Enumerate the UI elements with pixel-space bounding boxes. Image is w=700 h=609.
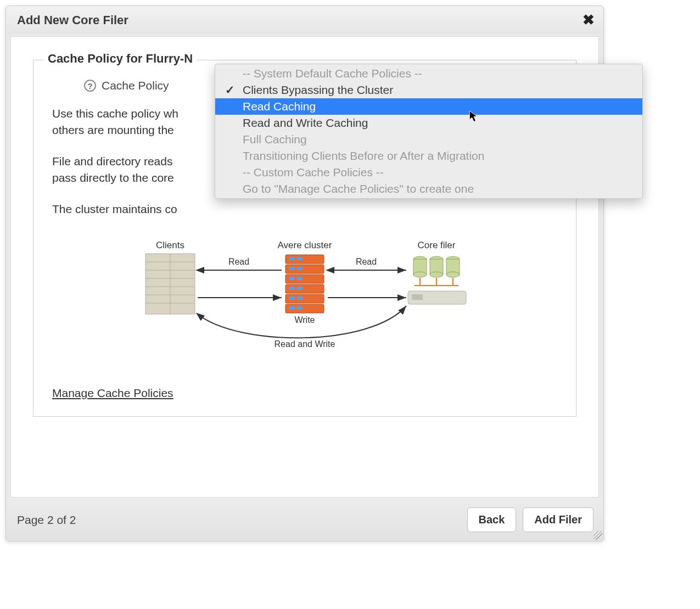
footer-buttons: Back Add Filer [467, 507, 593, 532]
desc-p3: The cluster maintains co [52, 203, 177, 215]
back-button[interactable]: Back [467, 507, 517, 532]
avere-cluster-icon [285, 255, 324, 313]
svg-rect-25 [297, 306, 303, 310]
diagram-clients-label: Clients [156, 240, 184, 250]
check-icon: ✓ [225, 83, 243, 97]
svg-point-31 [430, 272, 443, 277]
svg-rect-40 [412, 294, 423, 300]
add-core-filer-dialog: Add New Core Filer ✖ Cache Policy for Fl… [5, 5, 604, 541]
diagram-write-label: Write [294, 315, 315, 325]
desc-p2-line2: pass directly to the core [52, 171, 174, 184]
svg-rect-18 [289, 277, 295, 280]
dropdown-option-transitioning: Transitioning Clients Before or After a … [215, 148, 642, 164]
dialog-title: Add New Core Filer [17, 13, 128, 27]
dialog-header: Add New Core Filer ✖ [6, 6, 603, 34]
dropdown-option-full-caching: Full Caching [215, 131, 642, 148]
svg-rect-14 [289, 257, 295, 260]
diagram-read-right: Read [356, 257, 377, 266]
diagram-read-left: Read [228, 257, 249, 266]
svg-rect-23 [297, 297, 303, 300]
svg-rect-22 [289, 297, 295, 300]
svg-point-28 [413, 272, 427, 277]
dropdown-option-read-write-caching[interactable]: Read and Write Caching [215, 115, 642, 131]
svg-rect-17 [297, 267, 303, 270]
legend-prefix: Cache Policy for [48, 52, 146, 65]
diagram-corefiler-label: Core filer [418, 240, 456, 250]
fieldset-legend: Cache Policy for Flurry-N [43, 52, 197, 66]
clients-icon [145, 254, 195, 314]
dropdown-header-system: -- System Default Cache Policies -- [215, 65, 642, 82]
legend-filer-name: Flurry-N [146, 52, 193, 65]
cache-policy-diagram: Clients Avere cluster Core filer [52, 232, 557, 364]
page-indicator: Page 2 of 2 [17, 513, 76, 527]
resize-grip-icon[interactable] [593, 531, 602, 540]
core-filer-icon [408, 256, 466, 304]
help-icon[interactable]: ? [84, 80, 96, 92]
close-icon[interactable]: ✖ [583, 12, 595, 29]
manage-cache-policies-link[interactable]: Manage Cache Policies [52, 387, 173, 400]
svg-rect-16 [289, 267, 295, 270]
svg-rect-24 [289, 306, 295, 310]
diagram-cluster-label: Avere cluster [278, 240, 332, 250]
dropdown-option-read-caching[interactable]: Read Caching [215, 98, 642, 115]
desc-p1-line2: others are mounting the [52, 124, 174, 136]
cache-policy-dropdown[interactable]: -- System Default Cache Policies -- ✓Cli… [215, 64, 643, 199]
dropdown-option-goto-manage: Go to "Manage Cache Policies" to create … [215, 181, 642, 197]
svg-rect-19 [297, 277, 303, 280]
svg-rect-21 [297, 287, 303, 290]
dialog-footer: Page 2 of 2 Back Add Filer [6, 498, 603, 541]
add-filer-button[interactable]: Add Filer [523, 507, 593, 532]
svg-rect-20 [289, 287, 295, 290]
cache-policy-label: Cache Policy [102, 79, 169, 92]
dropdown-option-bypass[interactable]: ✓Clients Bypassing the Cluster [215, 82, 642, 98]
dropdown-header-custom: -- Custom Cache Policies -- [215, 164, 642, 181]
svg-rect-15 [297, 257, 303, 260]
svg-point-34 [446, 272, 460, 277]
diagram-readwrite-label: Read and Write [275, 339, 335, 349]
desc-p2: File and directory reads [52, 155, 172, 167]
desc-p1: Use this cache policy wh [52, 107, 178, 120]
